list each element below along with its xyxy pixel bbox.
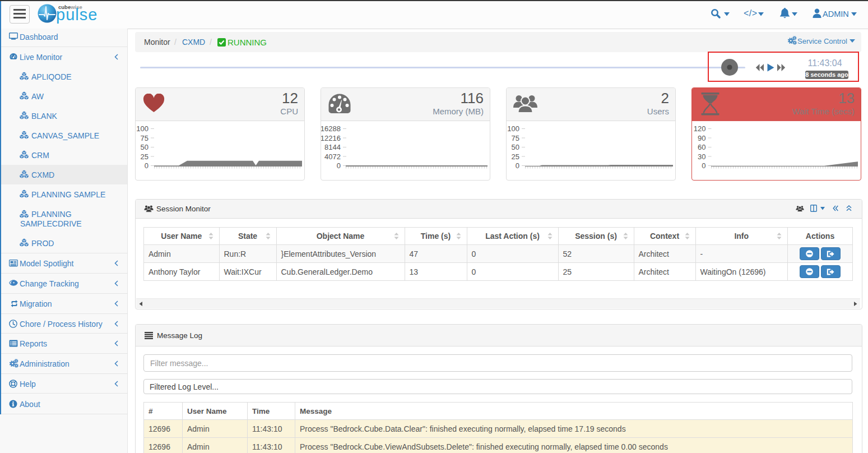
svg-text:50: 50 <box>512 143 519 151</box>
svg-text:75: 75 <box>141 134 148 142</box>
svg-text:30: 30 <box>698 152 705 161</box>
svg-text:60: 60 <box>698 143 705 151</box>
svg-text:12216: 12216 <box>321 134 341 142</box>
svg-text:25: 25 <box>141 152 148 161</box>
svg-text:120: 120 <box>694 124 706 133</box>
svg-text:4072: 4072 <box>324 152 341 161</box>
svg-text:75: 75 <box>512 134 519 142</box>
svg-text:0: 0 <box>516 161 519 170</box>
svg-text:8144: 8144 <box>324 143 341 151</box>
svg-text:100: 100 <box>136 124 148 133</box>
svg-text:50: 50 <box>141 143 148 151</box>
svg-text:90: 90 <box>698 134 705 142</box>
svg-text:0: 0 <box>337 161 341 170</box>
svg-text:16288: 16288 <box>321 124 341 133</box>
svg-text:0: 0 <box>145 161 148 170</box>
svg-text:25: 25 <box>512 152 519 161</box>
svg-text:100: 100 <box>507 124 519 133</box>
svg-text:0: 0 <box>702 161 705 170</box>
